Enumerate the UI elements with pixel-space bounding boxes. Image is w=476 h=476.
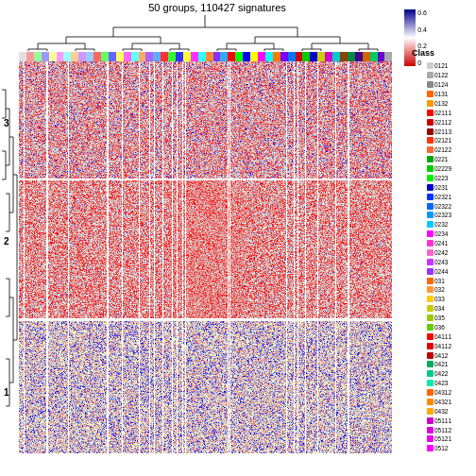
row-label-38: 05111	[427, 416, 476, 425]
row-color-20	[427, 249, 434, 256]
strip-cell-17	[145, 52, 153, 61]
y-axis: 3 2 1	[2, 61, 19, 453]
row-color-32	[427, 361, 434, 367]
row-labels: 0121012201240131013202111021120211302121…	[427, 61, 476, 453]
row-color-16	[427, 212, 434, 218]
strip-cell-27	[220, 52, 228, 61]
strip-cell-13	[116, 52, 124, 61]
row-label-37: 0432	[427, 406, 476, 416]
row-label-33: 0422	[427, 369, 476, 379]
row-color-18	[427, 230, 434, 237]
dendrogram-top	[19, 13, 392, 51]
row-label-22: 0244	[427, 266, 476, 276]
strip-cell-45	[355, 52, 363, 61]
row-color-3	[427, 91, 434, 97]
row-label-30: 04112	[427, 341, 476, 350]
group-label-1: 1	[4, 387, 9, 398]
strip-cell-37	[296, 52, 303, 61]
row-label-26: 034	[427, 304, 476, 314]
strip-cell-20	[168, 52, 176, 61]
row-label-19: 0241	[427, 239, 476, 248]
strip-cell-23	[191, 52, 198, 61]
row-label-text-27: 035	[434, 314, 445, 321]
row-color-0	[427, 62, 434, 69]
colorbar-labels: 0.6 0.4 0.2 0	[417, 9, 427, 66]
row-label-text-37: 0432	[434, 408, 448, 415]
row-color-21	[427, 259, 434, 265]
row-label-text-39: 05112	[434, 427, 451, 434]
row-label-text-1: 0122	[434, 72, 448, 78]
row-label-text-28: 036	[434, 324, 445, 331]
row-label-12: 0223	[427, 174, 476, 183]
strip-cell-19	[161, 52, 168, 61]
row-color-2	[427, 81, 434, 88]
row-label-text-7: 02113	[434, 128, 451, 135]
row-label-17: 0232	[427, 220, 476, 230]
strip-cell-11	[101, 52, 109, 61]
row-color-4	[427, 100, 434, 107]
row-label-34: 0423	[427, 379, 476, 388]
row-label-16: 02323	[427, 211, 476, 220]
row-label-1: 0122	[427, 71, 476, 80]
strip-cell-6	[63, 52, 71, 61]
strip-cell-44	[348, 52, 355, 61]
row-label-text-11: 02229	[434, 165, 451, 172]
strip-cell-38	[302, 52, 310, 61]
strip-cell-36	[288, 52, 296, 61]
row-label-4: 0132	[427, 99, 476, 109]
colorbar: 0.6 0.4 0.2 0	[404, 9, 427, 66]
row-label-text-26: 034	[434, 305, 445, 312]
strip-cell-29	[235, 52, 243, 61]
row-label-text-12: 0223	[434, 175, 448, 181]
strip-cell-43	[340, 52, 348, 61]
row-label-36: 04321	[427, 398, 476, 407]
row-label-9: 02122	[427, 145, 476, 155]
row-label-21: 0243	[427, 257, 476, 266]
row-label-11: 02229	[427, 164, 476, 174]
row-label-text-41: 0512	[434, 445, 448, 451]
row-label-41: 0512	[427, 444, 476, 453]
class-label: Class	[412, 48, 434, 58]
strip-cell-5	[57, 52, 64, 61]
row-label-text-9: 02122	[434, 146, 451, 153]
row-label-20: 0242	[427, 248, 476, 258]
strip-cell-0	[19, 52, 26, 61]
row-color-24	[427, 286, 434, 293]
row-label-text-25: 033	[434, 296, 445, 302]
strip-cell-22	[183, 52, 191, 61]
chart-title: 50 groups, 110427 signatures	[47, 2, 387, 13]
row-color-31	[427, 352, 434, 359]
color-strip	[19, 52, 392, 61]
row-label-text-0: 0121	[434, 62, 448, 69]
row-color-10	[427, 156, 434, 162]
row-label-13: 0231	[427, 182, 476, 192]
row-label-text-17: 0232	[434, 221, 448, 228]
strip-cell-7	[71, 52, 78, 61]
row-color-35	[427, 389, 434, 396]
row-label-text-14: 02321	[434, 194, 451, 200]
row-label-text-3: 0131	[434, 91, 448, 97]
row-label-28: 036	[427, 323, 476, 332]
row-label-24: 032	[427, 285, 476, 295]
row-color-39	[427, 427, 434, 434]
row-color-27	[427, 314, 434, 321]
row-label-text-23: 031	[434, 278, 445, 284]
strip-cell-32	[258, 52, 265, 61]
strip-cell-12	[109, 52, 116, 61]
group-label-3: 3	[4, 118, 9, 128]
row-color-7	[427, 128, 434, 135]
strip-cell-40	[317, 52, 325, 61]
row-label-text-5: 02111	[434, 110, 451, 116]
strip-cell-34	[273, 52, 280, 61]
row-label-25: 033	[427, 295, 476, 304]
row-label-8: 02121	[427, 136, 476, 145]
row-label-3: 0131	[427, 90, 476, 99]
strip-cell-26	[213, 52, 221, 61]
strip-cell-8	[78, 52, 86, 61]
row-label-40: 05121	[427, 434, 476, 444]
row-color-11	[427, 165, 434, 172]
strip-cell-35	[280, 52, 288, 61]
strip-cell-46	[363, 52, 370, 61]
strip-cell-42	[332, 52, 340, 61]
row-color-36	[427, 399, 434, 405]
